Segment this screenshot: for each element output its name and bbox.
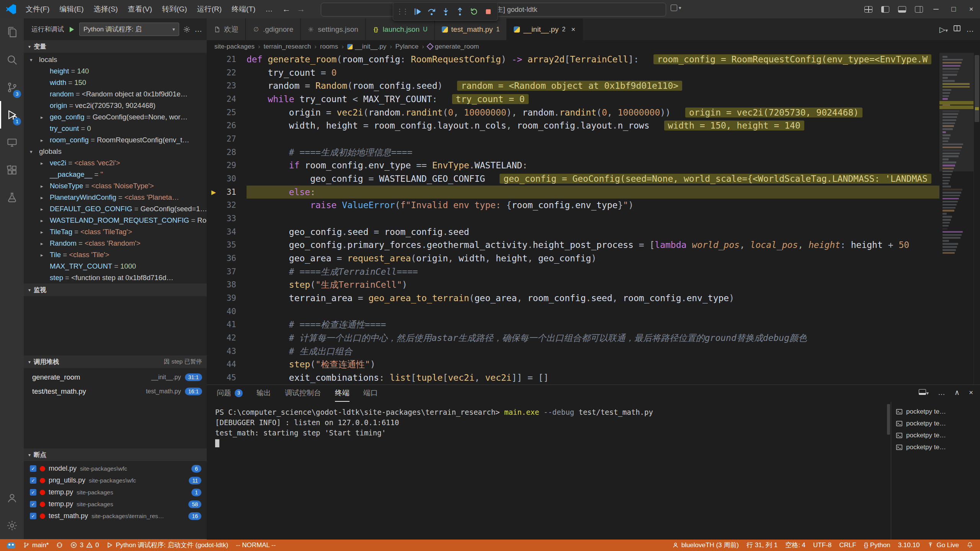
line-number[interactable]: 29: [207, 159, 247, 172]
panel-tab-终端[interactable]: 终端: [335, 385, 350, 402]
start-debugging-button[interactable]: [68, 26, 75, 33]
menu-item-7[interactable]: …: [260, 0, 278, 18]
command-center-more-icon[interactable]: ▾: [671, 5, 681, 11]
variable-row[interactable]: step = <function step at 0x1bf8d716d…: [24, 272, 207, 284]
minimize-button[interactable]: ─: [927, 0, 945, 18]
maximize-button[interactable]: □: [945, 0, 962, 18]
status-debug-config[interactable]: Python 调试程序: 启动文件 (godot-ldtk): [103, 539, 232, 551]
checkbox-checked-icon[interactable]: ✓: [30, 501, 36, 507]
breakpoint-row[interactable]: ✓test_math.pysite-packages\terrain_res…1…: [24, 510, 207, 522]
breadcrumb-item[interactable]: rooms: [320, 43, 338, 51]
status-problems[interactable]: 30: [67, 539, 103, 551]
activitybar-remote-explorer[interactable]: [0, 129, 24, 156]
step-into-button[interactable]: [439, 5, 452, 18]
watch-section-header[interactable]: ▾ 监视: [24, 284, 207, 296]
code-line[interactable]: 23 random = Random(room_config.seed)rand…: [207, 79, 939, 93]
panel-maximize-icon[interactable]: ∧: [954, 388, 960, 397]
line-number[interactable]: 41: [207, 318, 247, 331]
panel-layout-icon[interactable]: ▾: [919, 388, 929, 397]
code-line[interactable]: 41 # ====检查连通性====: [207, 318, 939, 331]
variable-row[interactable]: ▸PlanetaryWindConfig = <class 'Planeta…: [24, 192, 207, 203]
breadcrumb-item[interactable]: generate_room: [428, 43, 479, 51]
checkbox-checked-icon[interactable]: ✓: [30, 465, 36, 472]
line-number[interactable]: 37: [207, 265, 247, 279]
variable-row[interactable]: height = 140: [24, 65, 207, 77]
panel-tab-问题[interactable]: 问题3: [217, 385, 243, 402]
code-line[interactable]: 44 step("检查连通性"): [207, 358, 939, 371]
menu-item-4[interactable]: 转到(G): [157, 0, 192, 18]
line-number[interactable]: 28: [207, 146, 247, 159]
code-line[interactable]: 43 # 生成出口组合: [207, 345, 939, 358]
restart-button[interactable]: [467, 5, 480, 18]
variables-scope-locals[interactable]: ▾locals: [24, 54, 207, 65]
stop-button[interactable]: [482, 5, 495, 18]
line-number[interactable]: 24: [207, 93, 247, 106]
terminal-instance[interactable]: pocketpy te…: [891, 441, 980, 453]
breadcrumb-item[interactable]: site-packages: [214, 43, 255, 51]
line-number[interactable]: 21: [207, 53, 247, 66]
toggle-primary-sidebar-icon[interactable]: [877, 0, 893, 18]
breadcrumb-item[interactable]: terrain_research: [264, 43, 311, 51]
code-line[interactable]: 45 exit_combinations: list[tuple[vec2i, …: [207, 371, 939, 385]
line-number[interactable]: 22: [207, 66, 247, 80]
status-indentation[interactable]: 空格: 4: [781, 539, 809, 551]
breakpoint-row[interactable]: ✓temp.pysite-packages58: [24, 498, 207, 510]
activitybar-accounts[interactable]: [0, 484, 24, 512]
terminal-instance[interactable]: pocketpy te…: [891, 429, 980, 441]
line-number[interactable]: 43: [207, 345, 247, 358]
code-line[interactable]: 24 while try_count < MAX_TRY_COUNT:try_c…: [207, 93, 939, 106]
debug-config-select[interactable]: Python 调试程序: 启▾: [79, 23, 179, 36]
line-number[interactable]: 42: [207, 331, 247, 345]
callstack-frame[interactable]: generate_room__init__.py31:1: [24, 370, 207, 384]
panel-tab-输出[interactable]: 输出: [256, 385, 271, 402]
drag-handle-icon[interactable]: ⋮⋮: [396, 7, 408, 16]
nav-forward-icon[interactable]: →: [297, 4, 305, 14]
status-cursor-position[interactable]: 行 31, 列 1: [743, 539, 781, 551]
line-number[interactable]: 36: [207, 252, 247, 265]
terminal-scrollbar[interactable]: [886, 402, 891, 540]
code-line[interactable]: ▶31 else:: [207, 186, 939, 199]
close-icon[interactable]: ×: [571, 25, 575, 34]
minimap[interactable]: [939, 53, 974, 385]
views-more-icon[interactable]: …: [194, 25, 202, 34]
terminal-instance[interactable]: pocketpy te…: [891, 406, 980, 417]
code-line[interactable]: 32 raise ValueError(f"Invalid env type: …: [207, 199, 939, 212]
variable-row[interactable]: ▸vec2i = <class 'vec2i'>: [24, 157, 207, 169]
line-number[interactable]: ▶31: [207, 186, 247, 199]
menu-item-6[interactable]: 终端(T): [227, 0, 260, 18]
tab-launch.json[interactable]: {}launch.jsonU: [366, 18, 435, 40]
activitybar-search[interactable]: [0, 46, 24, 73]
variable-row[interactable]: origin = vec2i(7205730, 9024468): [24, 100, 207, 111]
line-number[interactable]: 23: [207, 79, 247, 93]
status-eol[interactable]: CRLF: [835, 539, 860, 551]
status-go-live[interactable]: Go Live: [923, 539, 963, 551]
activitybar-run-and-debug[interactable]: 1: [0, 101, 24, 129]
nav-back-icon[interactable]: ←: [282, 4, 291, 14]
continue-button[interactable]: [411, 5, 424, 18]
breakpoint-row[interactable]: ✓temp.pysite-packages1: [24, 486, 207, 498]
toggle-panel-icon[interactable]: [893, 0, 910, 18]
code-line[interactable]: 26 width, height = room_config.layout.n_…: [207, 119, 939, 132]
panel-tab-调试控制台[interactable]: 调试控制台: [285, 385, 321, 402]
line-number[interactable]: 27: [207, 132, 247, 146]
callstack-section-header[interactable]: ▾ 调用堆栈 因 step 已暂停: [24, 355, 207, 368]
activitybar-source-control[interactable]: 3: [0, 73, 24, 101]
breakpoint-row[interactable]: ✓png_utils.pysite-packages\wfc11: [24, 474, 207, 486]
variable-row[interactable]: ▸WASTELAND_ROOM_REQUEST_CONFIG = RoomR…: [24, 215, 207, 226]
status-branch[interactable]: main*: [19, 539, 52, 551]
code-line[interactable]: 34 geo_config.seed = room_config.seed: [207, 225, 939, 239]
code-line[interactable]: 30 geo_config = WASTELAND_GEO_CONFIGgeo_…: [207, 172, 939, 186]
status-notifications[interactable]: [963, 539, 977, 551]
status-godot[interactable]: [3, 539, 19, 551]
menu-item-5[interactable]: 运行(R): [192, 0, 227, 18]
code-line[interactable]: 25 origin = vec2i(random.randint(0, 1000…: [207, 106, 939, 119]
variable-row[interactable]: ▸NoiseType = <class 'NoiseType'>: [24, 180, 207, 192]
status-blame[interactable]: blueloveTH (3 周前): [668, 539, 743, 551]
menu-item-3[interactable]: 查看(V): [123, 0, 157, 18]
terminal-instance[interactable]: pocketpy te…: [891, 417, 980, 429]
menu-item-2[interactable]: 选择(S): [89, 0, 123, 18]
tab-欢迎[interactable]: 欢迎: [207, 18, 246, 40]
variables-scope-globals[interactable]: ▾globals: [24, 146, 207, 157]
terminal-output[interactable]: PS C:\computer_science\godot-ldtk\site-p…: [207, 402, 886, 540]
callstack-frame[interactable]: test/test_math.pytest_math.py16:1: [24, 384, 207, 398]
